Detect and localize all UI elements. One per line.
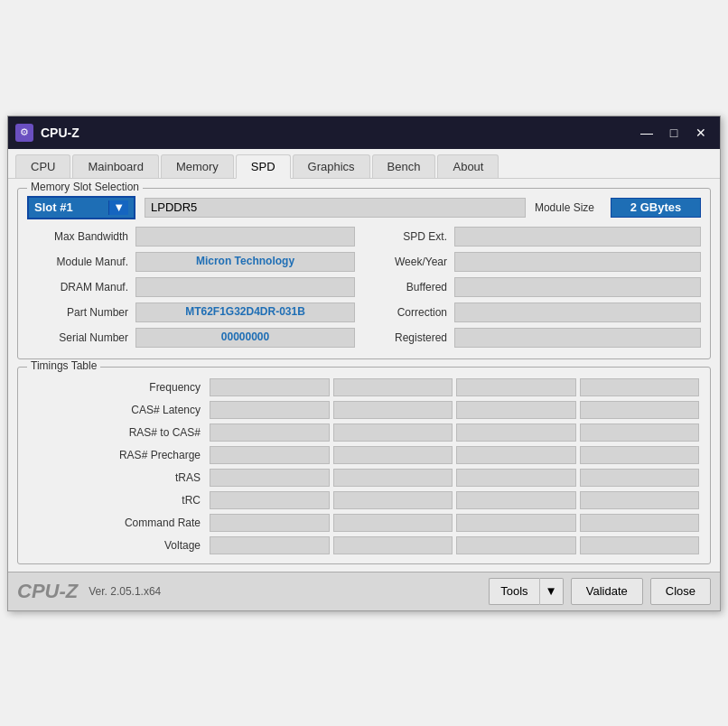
- trc-col3: [456, 491, 576, 509]
- tras-col1: [210, 469, 330, 487]
- tras-col3: [456, 469, 576, 487]
- voltage-col2: [333, 536, 453, 554]
- maximize-button[interactable]: □: [662, 123, 686, 143]
- cmd-rate-col2: [333, 514, 453, 532]
- title-bar-left: ⚙ CPU-Z: [15, 124, 79, 142]
- slot-type-value: LPDDR5: [145, 198, 526, 218]
- ras-pre-col4: [580, 446, 700, 464]
- module-manuf-value: Micron Technology: [135, 252, 355, 272]
- cas-col3: [456, 401, 576, 419]
- trc-col4: [580, 491, 700, 509]
- slot-dropdown-arrow[interactable]: ▼: [108, 200, 128, 215]
- version-text: Ver. 2.05.1.x64: [89, 585, 481, 598]
- dram-manuf-row: DRAM Manuf.: [27, 277, 355, 297]
- slot-row: Slot #1 ▼ LPDDR5 Module Size 2 GBytes: [27, 196, 701, 219]
- tab-graphics[interactable]: Graphics: [293, 154, 370, 178]
- freq-col2: [333, 378, 453, 396]
- module-manuf-row: Module Manuf. Micron Technology: [27, 252, 355, 272]
- serial-number-value: 00000000: [135, 328, 355, 348]
- part-number-label: Part Number: [27, 306, 135, 319]
- voltage-col3: [456, 536, 576, 554]
- tab-bar: CPU Mainboard Memory SPD Graphics Bench …: [8, 149, 720, 179]
- tab-cpu[interactable]: CPU: [15, 154, 70, 178]
- title-bar: ⚙ CPU-Z — □ ✕: [8, 116, 720, 149]
- tab-about[interactable]: About: [437, 154, 499, 178]
- freq-col1: [210, 378, 330, 396]
- max-bandwidth-row: Max Bandwidth: [27, 227, 355, 247]
- tools-arrow-button[interactable]: ▼: [539, 578, 564, 605]
- tab-bench[interactable]: Bench: [372, 154, 436, 178]
- slot-selector[interactable]: Slot #1 ▼: [27, 196, 135, 219]
- buffered-label: Buffered: [373, 281, 454, 293]
- registered-label: Registered: [373, 331, 454, 344]
- freq-col4: [580, 378, 700, 396]
- ras-pre-col2: [333, 446, 453, 464]
- tab-spd[interactable]: SPD: [236, 154, 291, 179]
- bottom-bar: CPU-Z Ver. 2.05.1.x64 Tools ▼ Validate C…: [8, 572, 720, 610]
- ras-pre-label: RAS# Precharge: [27, 449, 208, 461]
- trc-col1: [210, 491, 330, 509]
- cas-col2: [333, 401, 453, 419]
- module-size-value: 2 GBytes: [611, 198, 701, 218]
- window-controls: — □ ✕: [635, 123, 713, 143]
- cmd-rate-col4: [580, 514, 700, 532]
- week-year-value: [454, 252, 701, 272]
- timings-grid: Frequency CAS# Latency RAS# to CAS# RA: [27, 378, 701, 554]
- ras-cas-col2: [333, 424, 453, 442]
- spd-ext-label: SPD Ext.: [373, 230, 454, 243]
- registered-value: [454, 328, 701, 348]
- trc-col2: [333, 491, 453, 509]
- cas-label: CAS# Latency: [27, 404, 208, 416]
- memory-slot-group-title: Memory Slot Selection: [27, 181, 143, 193]
- week-year-row: Week/Year: [373, 252, 701, 272]
- spd-ext-row: SPD Ext.: [373, 227, 701, 247]
- spd-ext-value: [454, 227, 701, 247]
- spd-content: Memory Slot Selection Slot #1 ▼ LPDDR5 M…: [8, 179, 720, 572]
- max-bandwidth-value: [135, 227, 355, 247]
- tools-button[interactable]: Tools: [489, 578, 538, 605]
- ras-cas-col1: [210, 424, 330, 442]
- bottom-logo: CPU-Z: [17, 580, 78, 603]
- close-button[interactable]: ✕: [689, 123, 713, 143]
- cmd-rate-col1: [210, 514, 330, 532]
- slot-label: Slot #1: [34, 200, 108, 214]
- correction-label: Correction: [373, 306, 454, 319]
- module-size-label: Module Size: [535, 201, 602, 214]
- tools-dropdown: Tools ▼: [489, 578, 564, 605]
- tab-mainboard[interactable]: Mainboard: [72, 154, 158, 178]
- max-bandwidth-label: Max Bandwidth: [27, 230, 135, 243]
- validate-button[interactable]: Validate: [571, 578, 643, 605]
- correction-value: [454, 302, 701, 322]
- correction-row: Correction: [373, 302, 701, 322]
- main-window: ⚙ CPU-Z — □ ✕ CPU Mainboard Memory SPD G…: [7, 116, 721, 611]
- freq-label: Frequency: [27, 381, 208, 394]
- memory-slot-group: Memory Slot Selection Slot #1 ▼ LPDDR5 M…: [17, 188, 711, 359]
- cmd-rate-label: Command Rate: [27, 517, 208, 529]
- ras-pre-col1: [210, 446, 330, 464]
- tab-memory[interactable]: Memory: [161, 154, 234, 178]
- part-number-row: Part Number MT62F1G32D4DR-031B: [27, 302, 355, 322]
- cmd-rate-col3: [456, 514, 576, 532]
- tras-col2: [333, 469, 453, 487]
- registered-row: Registered: [373, 328, 701, 348]
- module-manuf-label: Module Manuf.: [27, 256, 135, 268]
- ras-pre-col3: [456, 446, 576, 464]
- ras-cas-col4: [580, 424, 700, 442]
- part-number-value: MT62F1G32D4DR-031B: [135, 302, 355, 322]
- minimize-button[interactable]: —: [635, 123, 658, 143]
- dram-manuf-label: DRAM Manuf.: [27, 281, 135, 293]
- app-icon: ⚙: [15, 124, 33, 142]
- tras-label: tRAS: [27, 471, 208, 484]
- week-year-label: Week/Year: [373, 256, 454, 268]
- tras-col4: [580, 469, 700, 487]
- ras-cas-label: RAS# to CAS#: [27, 426, 208, 439]
- voltage-col4: [580, 536, 700, 554]
- timings-group-title: Timings Table: [27, 359, 100, 372]
- trc-label: tRC: [27, 494, 208, 507]
- cas-col1: [210, 401, 330, 419]
- voltage-label: Voltage: [27, 539, 208, 552]
- timings-group: Timings Table Frequency CAS# Latency RAS…: [17, 367, 711, 564]
- serial-number-row: Serial Number 00000000: [27, 328, 355, 348]
- cas-col4: [580, 401, 700, 419]
- close-bottom-button[interactable]: Close: [650, 578, 711, 605]
